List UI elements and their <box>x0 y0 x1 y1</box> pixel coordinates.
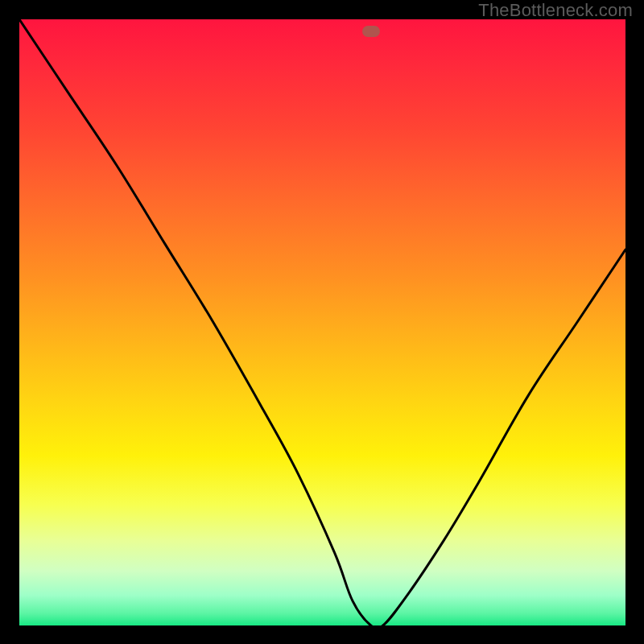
watermark-text: TheBottleneck.com <box>478 0 633 21</box>
plot-area <box>19 19 625 625</box>
bottleneck-curve <box>19 19 625 625</box>
chart-frame: TheBottleneck.com <box>0 0 644 644</box>
optimal-point-marker <box>362 26 380 37</box>
